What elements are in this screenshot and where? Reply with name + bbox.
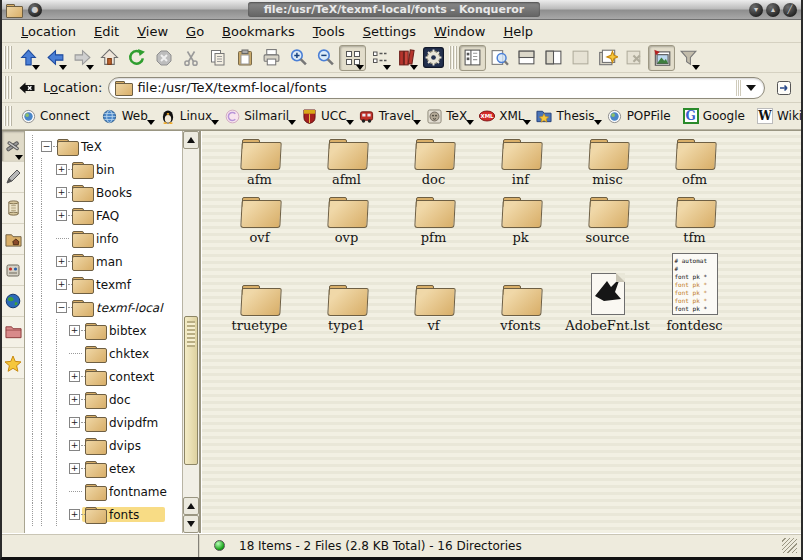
maximize-button[interactable]: ▴ [766, 3, 780, 17]
back-button[interactable] [42, 45, 69, 71]
expand-icon[interactable]: + [56, 164, 67, 175]
folder-afml[interactable]: afml [303, 139, 390, 187]
resize-grip[interactable] [782, 538, 797, 553]
bookmark-ucc[interactable]: UCC [296, 106, 354, 126]
sidebar-network-button[interactable] [2, 286, 24, 317]
tree-item-bibtex[interactable]: +bibtex [25, 319, 182, 342]
tree-item-fonts-selected[interactable]: +fonts [25, 503, 182, 526]
sidebar-home-button[interactable] [2, 224, 24, 255]
combo-dropdown-icon[interactable] [746, 85, 756, 91]
tree-item-books[interactable]: +Books [25, 181, 182, 204]
folder-ofm[interactable]: ofm [651, 139, 738, 187]
expand-icon[interactable]: + [69, 394, 80, 405]
scrollbar-thumb[interactable] [184, 316, 198, 465]
folder-afm[interactable]: afm [216, 139, 303, 187]
sidebar-services-button[interactable] [2, 255, 24, 286]
up-button[interactable] [15, 45, 42, 71]
tree-item-doc[interactable]: +doc [25, 388, 182, 411]
file-fontdesc[interactable]: # automat # font pk * font pk * font pk … [651, 253, 738, 333]
folder-tfm[interactable]: tfm [651, 197, 738, 245]
expand-icon[interactable]: + [69, 509, 80, 520]
bookmark-popfile[interactable]: POPFile [602, 106, 678, 126]
remove-view-button[interactable] [567, 45, 594, 71]
folder-inf[interactable]: inf [477, 139, 564, 187]
bookmark-thesis[interactable]: Thesis [531, 106, 601, 126]
toolbar-handle[interactable] [4, 46, 12, 69]
scroll-down-button[interactable] [183, 515, 199, 533]
bookmark-google[interactable]: GGoogle [678, 106, 752, 126]
expand-icon[interactable]: + [69, 325, 80, 336]
home-button[interactable] [96, 45, 123, 71]
minimize-button[interactable]: ▾ [749, 3, 763, 17]
menu-help[interactable]: Help [494, 22, 542, 41]
sidebar-history-button[interactable] [2, 193, 24, 224]
bookmark-travel[interactable]: Travel [354, 106, 422, 126]
bookmark-silmaril[interactable]: Silmaril [219, 106, 296, 126]
tree-item-dvips[interactable]: +dvips [25, 434, 182, 457]
file-icon-view[interactable]: afm afml doc inf misc ofm ovf ovp pfm pk… [201, 131, 801, 533]
folder-doc[interactable]: doc [390, 139, 477, 187]
folder-vf[interactable]: vf [390, 285, 477, 333]
tree-item-faq[interactable]: +FAQ [25, 204, 182, 227]
menu-window[interactable]: Window [425, 22, 494, 41]
cut-button[interactable] [177, 45, 204, 71]
sticky-button[interactable]: ● [28, 3, 42, 17]
sidebar-config-button[interactable] [2, 131, 24, 162]
zoom-in-button[interactable] [285, 45, 312, 71]
copy-button[interactable] [204, 45, 231, 71]
list-view-button[interactable] [366, 45, 393, 71]
find-file-button[interactable] [486, 45, 513, 71]
tree-item-info[interactable]: info [25, 227, 182, 250]
collapse-icon[interactable]: − [41, 141, 52, 152]
menu-location[interactable]: Location [12, 22, 85, 41]
folder-pk[interactable]: pk [477, 197, 564, 245]
bookmark-wikipedia[interactable]: WWikipedia [752, 106, 803, 126]
menu-go[interactable]: Go [177, 22, 213, 41]
menu-settings[interactable]: Settings [354, 22, 425, 41]
filter-button[interactable] [675, 45, 702, 71]
tree-item-etex[interactable]: +etex [25, 457, 182, 480]
forward-button[interactable] [69, 45, 96, 71]
window-folder-icon[interactable] [6, 4, 21, 16]
folder-pfm[interactable]: pfm [390, 197, 477, 245]
go-button[interactable] [771, 75, 797, 101]
split-top-bottom-button[interactable] [513, 45, 540, 71]
bookmarks-books-button[interactable] [393, 45, 420, 71]
expand-icon[interactable]: + [56, 256, 67, 267]
clear-location-button[interactable] [15, 75, 39, 101]
expand-icon[interactable]: + [56, 210, 67, 221]
expand-icon[interactable]: + [69, 440, 80, 451]
expand-icon[interactable]: + [69, 417, 80, 428]
stop-button[interactable] [150, 45, 177, 71]
menu-tools[interactable]: Tools [304, 22, 354, 41]
paste-button[interactable] [231, 45, 258, 71]
tree-scrollbar[interactable] [182, 131, 199, 533]
split-left-right-button[interactable] [540, 45, 567, 71]
tree-item-dvipdfm[interactable]: +dvipdfm [25, 411, 182, 434]
tree-item-texmf-local[interactable]: −texmf-local [25, 296, 182, 319]
bookmark-xml[interactable]: XMLXML [474, 106, 531, 126]
sidebar-bookmark-star-button[interactable] [2, 348, 24, 379]
folder-type1[interactable]: type1 [303, 285, 390, 333]
menu-view[interactable]: View [128, 22, 177, 41]
tree-item-tex[interactable]: −TeX [25, 135, 182, 158]
tree-item-chktex[interactable]: chktex [25, 342, 182, 365]
folder-truetype[interactable]: truetype [216, 285, 303, 333]
bookmark-tex[interactable]: TeX [421, 106, 474, 126]
sidebar-root-button[interactable] [2, 317, 24, 348]
location-input[interactable]: file:/usr/TeX/texmf-local/fonts [108, 77, 765, 99]
toolbar-handle[interactable] [4, 76, 12, 99]
menu-edit[interactable]: Edit [85, 22, 128, 41]
close-tab-button[interactable] [621, 45, 648, 71]
konqueror-gear-button[interactable] [420, 45, 447, 71]
scroll-up-button-2[interactable] [183, 497, 199, 515]
icon-view-button[interactable] [339, 45, 366, 71]
expand-icon[interactable]: + [69, 463, 80, 474]
bookmark-web[interactable]: Web [97, 106, 155, 126]
menu-bookmarks[interactable]: Bookmarks [213, 22, 304, 41]
expand-icon[interactable]: + [56, 279, 67, 290]
zoom-out-button[interactable] [312, 45, 339, 71]
sidebar-bookmarks-pen-button[interactable] [2, 162, 24, 193]
sidebar-toggle-button[interactable] [459, 45, 486, 71]
reload-button[interactable] [123, 45, 150, 71]
